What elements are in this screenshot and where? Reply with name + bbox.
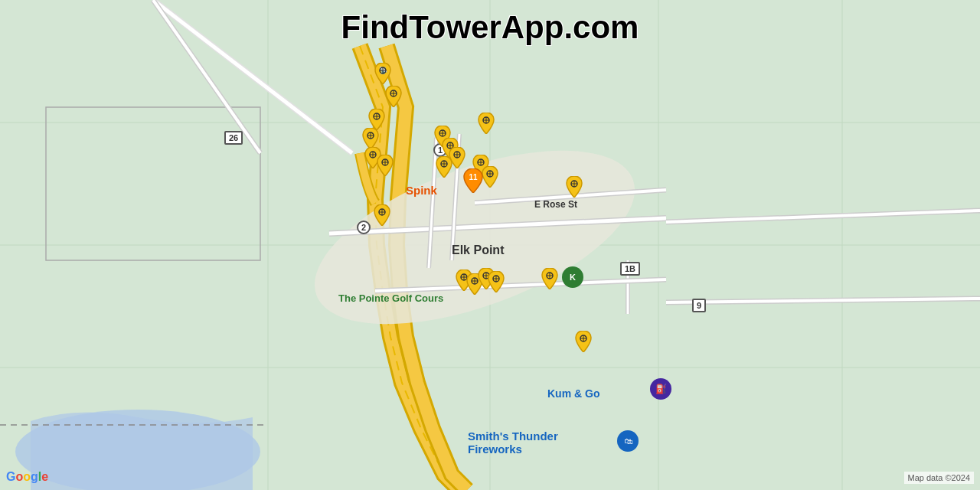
gas-station-icon[interactable]: ⛽ [650, 378, 671, 400]
route-26-box: 26 [224, 131, 243, 145]
tower-marker-t11[interactable] [435, 156, 453, 178]
route-1b-box: 1B [620, 262, 640, 276]
tower-marker-t4[interactable] [361, 128, 380, 149]
tower-marker-t2[interactable] [384, 86, 403, 107]
svg-text:⛽: ⛽ [655, 383, 667, 394]
tower-marker-t21[interactable] [541, 268, 559, 289]
svg-text:11: 11 [469, 173, 478, 181]
site-title: FindTowerApp.com [341, 9, 639, 46]
svg-text:🛍: 🛍 [624, 436, 633, 446]
shopping-icon[interactable]: 🛍 [617, 430, 639, 452]
tower-marker-t12[interactable] [477, 113, 495, 134]
tower-marker-t16[interactable]: 11 [462, 168, 481, 190]
svg-text:K: K [570, 273, 576, 282]
tower-marker-t6[interactable] [376, 155, 394, 176]
tower-marker-t1[interactable]: 📡 [374, 63, 392, 84]
tower-marker-t20[interactable] [487, 271, 505, 292]
tower-marker-t15[interactable] [565, 176, 583, 198]
resort-icon[interactable]: K [562, 266, 583, 288]
map-container: FindTowerApp.com 📡 [0, 0, 980, 490]
tower-marker-t7[interactable] [373, 204, 391, 226]
tower-marker-t22[interactable] [574, 331, 593, 352]
route-9-box: 9 [692, 299, 706, 312]
tower-marker-t3[interactable] [368, 109, 386, 130]
google-logo: Google [6, 470, 48, 484]
map-attribution: Map data ©2024 [904, 472, 975, 484]
route-2-box: 2 [357, 220, 371, 234]
map-svg [0, 0, 980, 490]
